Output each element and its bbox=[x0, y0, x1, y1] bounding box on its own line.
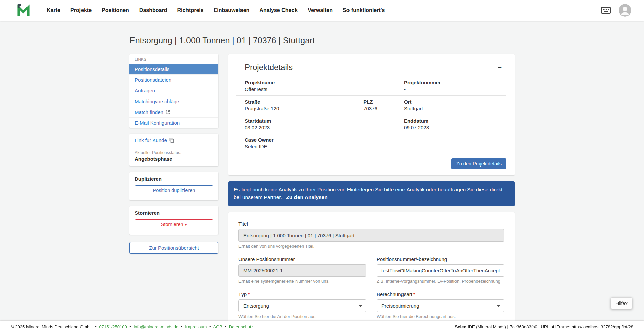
field-label: Projektname bbox=[245, 80, 390, 85]
footer-email-link[interactable]: info@mineral-minds.de bbox=[133, 324, 178, 329]
sidebar-item-anfragen[interactable]: Anfragen bbox=[129, 85, 218, 96]
separator: • bbox=[209, 324, 211, 329]
field-label: PLZ bbox=[363, 99, 390, 105]
table-row: Straße Pragstraße 120 PLZ 70376 Ort Stut… bbox=[236, 96, 506, 115]
caret-down-icon: ▾ bbox=[185, 223, 187, 227]
sidebar-item-matchingvorschlaege[interactable]: Matchingvorschläge bbox=[129, 96, 218, 107]
typ-help: Wählen Sie hier die Art der Position aus… bbox=[238, 314, 366, 319]
duplicate-position-button[interactable]: Position duplizieren bbox=[135, 185, 213, 195]
links-section-label: LINKS bbox=[129, 54, 218, 64]
typ-select-value: Entsorgung bbox=[243, 303, 269, 309]
field-label: Ort bbox=[404, 99, 501, 105]
mineral-minds-logo[interactable] bbox=[17, 4, 30, 17]
position-overview-button[interactable]: Zur Positionsübersicht bbox=[129, 242, 218, 254]
nav-item-analyse-check[interactable]: Analyse Check bbox=[254, 4, 303, 16]
banner-text: Es liegt noch keine Analytik zu Ihrer Po… bbox=[234, 187, 502, 200]
analyses-link[interactable]: Zu den Analysen bbox=[286, 194, 327, 200]
positionsnummer-label: Unsere Positionsnummer bbox=[238, 256, 366, 262]
numbers-row: Unsere Positionsnummer Erhält eine syste… bbox=[238, 256, 504, 284]
top-navbar: Karte Projekte Positionen Dashboard Rich… bbox=[0, 0, 644, 21]
navbar-actions bbox=[601, 4, 631, 17]
nav-item-dashboard[interactable]: Dashboard bbox=[134, 4, 172, 16]
customer-link[interactable]: Link für Kunde bbox=[135, 137, 174, 143]
customer-link-label: Link für Kunde bbox=[135, 137, 167, 143]
footer: © 2025 Mineral Minds Deutschland GmbH • … bbox=[0, 321, 644, 333]
sidebar-item-positionsdateien[interactable]: Positionsdateien bbox=[129, 74, 218, 85]
strasse-cell: Straße Pragstraße 120 bbox=[236, 96, 355, 115]
bezeichnung-input[interactable] bbox=[377, 264, 504, 277]
case-owner-cell: Case Owner Selen IDE bbox=[236, 134, 506, 153]
position-form-card: Titel Erhält den von uns vorgegebenen Ti… bbox=[228, 212, 515, 333]
titel-field-group: Titel Erhält den von uns vorgegebenen Ti… bbox=[238, 221, 504, 249]
separator: • bbox=[225, 324, 227, 329]
field-value: 09.07.2023 bbox=[404, 125, 501, 130]
table-row: Startdatum 03.02.2023 Enddatum 09.07.202… bbox=[236, 115, 506, 134]
nav-item-positionen[interactable]: Positionen bbox=[97, 4, 134, 16]
content-container: LINKS Positionsdetails Positionsdateien … bbox=[129, 54, 515, 333]
sidebar-item-match-finden[interactable]: Match finden bbox=[129, 107, 218, 117]
required-marker: * bbox=[248, 291, 250, 297]
positionsnummer-help: Erhält eine systemgenerierte Nummer von … bbox=[238, 279, 366, 284]
titel-help: Erhält den von uns vorgegebenen Titel. bbox=[238, 244, 504, 249]
plz-cell: PLZ 70376 bbox=[355, 96, 396, 115]
divider bbox=[129, 147, 218, 147]
logo-mark-icon bbox=[17, 4, 30, 17]
field-label: Projektnummer bbox=[404, 80, 501, 85]
footer-datenschutz-link[interactable]: Datenschutz bbox=[229, 324, 253, 329]
berechnungsart-select-value: Preisoptimierung bbox=[381, 303, 419, 309]
field-value: Selen IDE bbox=[245, 144, 501, 149]
typ-label-text: Typ bbox=[238, 291, 247, 297]
user-avatar[interactable] bbox=[619, 4, 631, 17]
links-card: LINKS Positionsdetails Positionsdateien … bbox=[129, 54, 218, 128]
field-label: Case Owner bbox=[245, 137, 501, 143]
footer-phone-link[interactable]: 07151/250100 bbox=[99, 324, 127, 329]
footer-agb-link[interactable]: AGB bbox=[213, 324, 222, 329]
project-details-header: Projektdetails − bbox=[236, 63, 506, 77]
positionsnummer-input bbox=[238, 264, 366, 277]
table-row: Case Owner Selen IDE bbox=[236, 134, 506, 153]
nav-item-so-funktionierts[interactable]: So funktioniert's bbox=[338, 4, 390, 16]
nav-item-projekte[interactable]: Projekte bbox=[65, 4, 97, 16]
field-value: 70376 bbox=[363, 106, 390, 111]
berechnungsart-select[interactable]: Preisoptimierung bbox=[377, 299, 504, 312]
project-details-card: Projektdetails − Projektname OfferTests … bbox=[228, 54, 515, 175]
main-nav: Karte Projekte Positionen Dashboard Rich… bbox=[42, 4, 601, 16]
field-value: - bbox=[404, 86, 501, 92]
nav-item-einbauweisen[interactable]: Einbauweisen bbox=[209, 4, 255, 16]
help-button[interactable]: Hilfe? bbox=[611, 297, 632, 309]
typ-select[interactable]: Entsorgung bbox=[238, 299, 366, 312]
sidebar-item-positionsdetails[interactable]: Positionsdetails bbox=[129, 64, 218, 74]
duplicate-title: Duplizieren bbox=[135, 176, 213, 182]
project-details-title: Projektdetails bbox=[245, 63, 293, 72]
field-value: Pragstraße 120 bbox=[245, 106, 350, 111]
nav-item-verwalten[interactable]: Verwalten bbox=[303, 4, 338, 16]
bezeichnung-label: Positionsnummer/-bezeichnung bbox=[377, 256, 504, 262]
status-card: Link für Kunde Aktueller Positionsstatus… bbox=[129, 134, 218, 166]
berechnungsart-field-group: Berechnungsart* Preisoptimierung Wählen … bbox=[377, 291, 504, 319]
separator: • bbox=[95, 324, 97, 329]
typ-label: Typ* bbox=[238, 291, 366, 297]
project-details-table: Projektname OfferTests Projektnummer - S… bbox=[236, 77, 506, 153]
footer-impressum-link[interactable]: Impressum bbox=[185, 324, 207, 329]
keyboard-icon[interactable] bbox=[601, 6, 611, 14]
type-row: Typ* Entsorgung Wählen Sie hier die Art … bbox=[238, 291, 504, 319]
position-status-value: Angebotsphase bbox=[135, 156, 213, 162]
collapse-icon[interactable]: − bbox=[496, 63, 504, 72]
separator: • bbox=[181, 324, 183, 329]
position-status-label: Aktueller Positionsstatus: bbox=[135, 150, 213, 155]
nav-item-karte[interactable]: Karte bbox=[42, 4, 65, 16]
table-row: Projektname OfferTests Projektnummer - bbox=[236, 77, 506, 96]
sidebar-item-email-konfiguration[interactable]: E-Mail Konfiguration bbox=[129, 117, 218, 128]
cancel-card: Stornieren Stornieren▾ bbox=[129, 206, 218, 235]
nav-item-richtpreis[interactable]: Richtpreis bbox=[172, 4, 208, 16]
field-label: Startdatum bbox=[245, 118, 390, 124]
stornieren-button-label: Stornieren bbox=[161, 222, 183, 227]
separator: • bbox=[129, 324, 131, 329]
field-value: 03.02.2023 bbox=[245, 125, 390, 130]
positionsnummer-field-group: Unsere Positionsnummer Erhält eine syste… bbox=[238, 256, 366, 284]
field-value: Stuttgart bbox=[404, 106, 501, 111]
page-title: Entsorgung | 1.000 Tonnen | 01 | 70376 |… bbox=[129, 36, 515, 45]
copy-icon bbox=[169, 138, 174, 143]
project-details-button[interactable]: Zu den Projektdetails bbox=[451, 158, 506, 169]
stornieren-button[interactable]: Stornieren▾ bbox=[135, 219, 213, 229]
